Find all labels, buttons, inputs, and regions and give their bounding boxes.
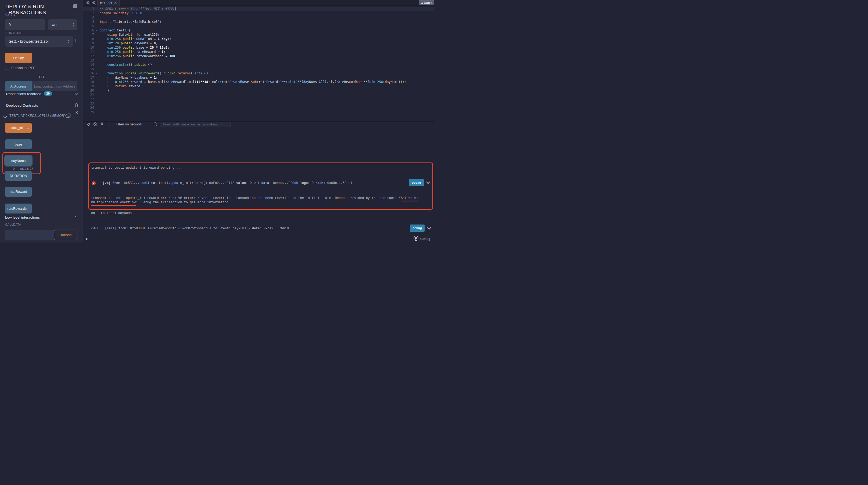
function-base-button[interactable]: base (5, 139, 32, 149)
tab-test1-sol[interactable]: test1.sol ✕ (97, 0, 120, 6)
contract-card-close-icon[interactable]: ✕ (75, 110, 79, 115)
line-number[interactable]: 15 (83, 67, 94, 71)
remix-ide-window: DEPLOY & RUN TRANSACTIONS VALUE wei ▲▼ C… (0, 0, 434, 243)
line-number[interactable]: 8 (83, 37, 94, 41)
code-line[interactable]: 8 uint256 public DURATION = 1 days; (83, 37, 434, 41)
code-token: 1 (319, 80, 320, 84)
call-entry-chevron-icon[interactable] (427, 226, 431, 231)
fold-arrow-icon[interactable]: ▾ (94, 71, 99, 75)
debug-button-vm[interactable]: Debug (409, 179, 424, 186)
code-line[interactable]: 13 (83, 58, 434, 63)
transact-button[interactable]: Transact (54, 230, 78, 240)
code-line[interactable]: 4import "libraries/SafeMath.sol"; (83, 20, 434, 24)
error-icon: ✕ (92, 181, 96, 185)
copy-icon[interactable] (67, 113, 71, 119)
code-line[interactable]: 3 (83, 15, 434, 20)
code-line[interactable]: 14 constructor() public {} (83, 63, 434, 67)
contract-select[interactable]: test1 - browser/test1.sol ▲▼ (5, 36, 73, 47)
function-daynums-button[interactable]: dayNums (5, 156, 32, 166)
line-number[interactable]: 14 (83, 63, 94, 67)
line-number[interactable]: 5 (83, 24, 94, 28)
code-line[interactable]: 6▾contract test1 { (83, 28, 434, 32)
line-number[interactable]: 22 (83, 97, 94, 101)
double-chevron-down-icon[interactable] (87, 123, 90, 128)
line-number[interactable]: 24 (83, 105, 94, 110)
terminal-prompt[interactable]: > (86, 237, 88, 241)
debug-button-call[interactable]: Debug (410, 225, 425, 232)
code-line[interactable]: 22 (83, 97, 434, 101)
code-line[interactable]: 7 using SafeMath for uint256; (83, 32, 434, 37)
line-number[interactable]: 9 (83, 41, 94, 45)
publish-ipfs-checkbox[interactable] (5, 66, 9, 70)
code-line[interactable]: 23 (83, 101, 434, 105)
value-input[interactable] (5, 19, 45, 30)
line-number[interactable]: 10 (83, 45, 94, 50)
line-number[interactable]: 20 (83, 88, 94, 93)
fold-arrow-icon[interactable]: ▾ (94, 28, 99, 32)
code-token: function (107, 71, 125, 75)
fold-gutter (94, 20, 99, 24)
line-number[interactable]: 16 (83, 71, 94, 75)
contract-card-chevron-icon[interactable] (3, 115, 7, 119)
line-number[interactable]: 17 (83, 75, 94, 80)
code-line[interactable]: 11 uint256 public rateReward = 1; (83, 50, 434, 54)
function-raterewardbase-button[interactable]: rateRewardb... (5, 203, 32, 214)
code-line[interactable]: 24 (83, 105, 434, 110)
line-number[interactable]: 19 (83, 84, 94, 88)
code-token (99, 63, 107, 67)
line-number[interactable]: 25 (83, 110, 94, 114)
line-number[interactable]: 18 (83, 80, 94, 84)
tab-close-icon[interactable]: ✕ (114, 1, 117, 5)
deploy-button[interactable]: Deploy (5, 53, 32, 63)
code-line[interactable]: 25 (83, 110, 434, 114)
line-number[interactable]: 3 (83, 15, 94, 20)
terminal-search-input[interactable] (160, 122, 231, 127)
zoom-in-icon[interactable] (92, 1, 96, 6)
code-line[interactable]: 17 dayNums = dayNums + 1; (83, 75, 434, 80)
line-number[interactable]: 13 (83, 58, 94, 63)
line-number[interactable]: 4 (83, 20, 94, 24)
line-number[interactable]: 6 (83, 28, 94, 32)
zoom-out-icon[interactable] (86, 1, 90, 6)
clear-console-ban-icon[interactable] (93, 122, 97, 128)
function-duration-button[interactable]: DURATION (5, 171, 32, 181)
transactions-expand-chevron-icon[interactable] (75, 92, 78, 97)
code-area[interactable]: 1// SPDX-License-Identifier: MIT + WTFPL… (83, 6, 434, 121)
unit-select[interactable]: wei ▲▼ (48, 19, 77, 30)
code-line[interactable]: 1// SPDX-License-Identifier: MIT + WTFPL (83, 7, 434, 11)
line-number[interactable]: 21 (83, 93, 94, 97)
function-update-initreward-button[interactable]: update_initre... (5, 123, 32, 133)
code-line[interactable]: 19 return reward; (83, 84, 434, 88)
listen-on-network-checkbox[interactable] (109, 122, 113, 126)
line-number[interactable]: 23 (83, 101, 94, 105)
vm-entry-chevron-icon[interactable] (426, 181, 430, 186)
calldata-input[interactable] (5, 230, 54, 240)
code-line[interactable]: 9 int128 public dayNums = 0; (83, 41, 434, 45)
line-number[interactable]: 7 (83, 32, 94, 37)
code-line[interactable]: 12 uint256 public rateRewardbase = 100; (83, 54, 434, 58)
contract-info-icon[interactable]: i (75, 39, 76, 43)
at-address-button[interactable]: At Address (5, 82, 32, 91)
low-level-info-icon[interactable]: i (75, 214, 76, 218)
code-line[interactable]: 20 } (83, 88, 434, 93)
code-line[interactable]: 5 (83, 24, 434, 28)
documentation-book-icon[interactable] (73, 4, 78, 10)
log-token: [vm] (103, 181, 112, 185)
code-line[interactable]: 16▾ function update_initreward() public … (83, 71, 434, 75)
log-call-entry[interactable]: CALL [call] from: 0x5B38Da6a701c568545dC… (91, 227, 289, 230)
line-number[interactable]: 2 (83, 11, 94, 15)
code-line[interactable]: 21 (83, 93, 434, 97)
line-number[interactable]: 12 (83, 54, 94, 58)
line-number[interactable]: 11 (83, 50, 94, 54)
trash-icon[interactable] (74, 103, 79, 108)
code-line[interactable]: 18 uint256 reward = base.mul(rateReward)… (83, 80, 434, 84)
code-line[interactable]: 10 uint256 public base = 20 * 10e3; (83, 45, 434, 50)
at-address-input[interactable] (32, 82, 78, 91)
line-number[interactable]: 1 (83, 7, 94, 11)
tabs-dropdown-button[interactable]: 1 tabs ▾ (419, 0, 434, 5)
log-vm-transaction[interactable]: [vm] from: 0x5B3...eddC4 to: test1.updat… (103, 181, 352, 185)
code-line[interactable]: 15 (83, 67, 434, 71)
function-ratereward-button[interactable]: rateReward (5, 187, 32, 197)
fold-gutter (94, 45, 99, 50)
code-line[interactable]: 2pragma solidity ^0.6.0; (83, 11, 434, 15)
